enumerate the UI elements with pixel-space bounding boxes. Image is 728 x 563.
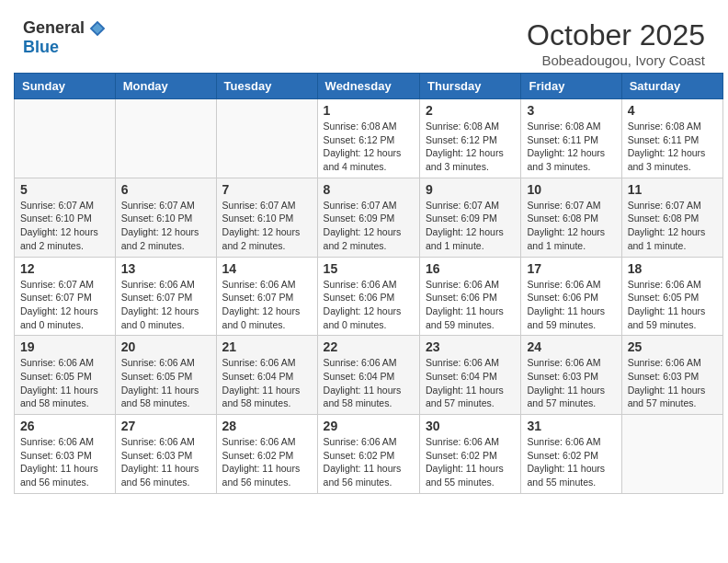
- calendar-cell: 8Sunrise: 6:07 AM Sunset: 6:09 PM Daylig…: [317, 178, 419, 257]
- column-header-sunday: Sunday: [15, 74, 116, 99]
- calendar-cell: 22Sunrise: 6:06 AM Sunset: 6:04 PM Dayli…: [317, 336, 419, 415]
- header-row: SundayMondayTuesdayWednesdayThursdayFrid…: [15, 74, 723, 99]
- day-number: 16: [426, 261, 515, 276]
- calendar-cell: 18Sunrise: 6:06 AM Sunset: 6:05 PM Dayli…: [621, 257, 722, 336]
- day-number: 1: [324, 103, 414, 118]
- calendar-cell: 11Sunrise: 6:07 AM Sunset: 6:08 PM Dayli…: [621, 178, 722, 257]
- day-info: Sunrise: 6:06 AM Sunset: 6:07 PM Dayligh…: [222, 278, 312, 332]
- day-number: 25: [628, 339, 717, 354]
- day-number: 30: [426, 419, 515, 433]
- calendar-cell: 1Sunrise: 6:08 AM Sunset: 6:12 PM Daylig…: [317, 99, 419, 178]
- calendar-cell: 28Sunrise: 6:06 AM Sunset: 6:02 PM Dayli…: [216, 415, 317, 494]
- week-row-4: 19Sunrise: 6:06 AM Sunset: 6:05 PM Dayli…: [15, 336, 723, 415]
- calendar-cell: 2Sunrise: 6:08 AM Sunset: 6:12 PM Daylig…: [420, 99, 521, 178]
- day-info: Sunrise: 6:07 AM Sunset: 6:08 PM Dayligh…: [628, 199, 717, 253]
- day-info: Sunrise: 6:06 AM Sunset: 6:03 PM Dayligh…: [121, 435, 210, 489]
- day-number: 5: [20, 182, 109, 197]
- calendar-table: SundayMondayTuesdayWednesdayThursdayFrid…: [14, 73, 723, 494]
- day-number: 26: [20, 419, 109, 433]
- calendar-cell: [216, 99, 317, 178]
- day-info: Sunrise: 6:08 AM Sunset: 6:11 PM Dayligh…: [628, 120, 717, 174]
- day-info: Sunrise: 6:06 AM Sunset: 6:04 PM Dayligh…: [324, 356, 414, 410]
- day-number: 18: [628, 261, 717, 276]
- column-header-monday: Monday: [115, 74, 216, 99]
- calendar-cell: 30Sunrise: 6:06 AM Sunset: 6:02 PM Dayli…: [420, 415, 521, 494]
- day-info: Sunrise: 6:06 AM Sunset: 6:05 PM Dayligh…: [20, 356, 109, 410]
- calendar-cell: [15, 99, 116, 178]
- day-number: 12: [20, 261, 109, 276]
- calendar-cell: 9Sunrise: 6:07 AM Sunset: 6:09 PM Daylig…: [420, 178, 521, 257]
- calendar-cell: 26Sunrise: 6:06 AM Sunset: 6:03 PM Dayli…: [15, 415, 116, 494]
- calendar-cell: 16Sunrise: 6:06 AM Sunset: 6:06 PM Dayli…: [420, 257, 521, 336]
- logo: General Blue: [23, 18, 107, 57]
- day-info: Sunrise: 6:07 AM Sunset: 6:09 PM Dayligh…: [426, 199, 515, 253]
- calendar-cell: [621, 415, 722, 494]
- title-block: October 2025 Bobeadougou, Ivory Coast: [527, 18, 705, 68]
- calendar-cell: 19Sunrise: 6:06 AM Sunset: 6:05 PM Dayli…: [15, 336, 116, 415]
- day-info: Sunrise: 6:06 AM Sunset: 6:06 PM Dayligh…: [426, 278, 515, 332]
- day-info: Sunrise: 6:07 AM Sunset: 6:10 PM Dayligh…: [222, 199, 312, 253]
- day-number: 17: [527, 261, 615, 276]
- calendar-cell: 20Sunrise: 6:06 AM Sunset: 6:05 PM Dayli…: [115, 336, 216, 415]
- day-number: 20: [121, 339, 210, 354]
- day-number: 19: [20, 339, 109, 354]
- day-number: 29: [324, 419, 414, 433]
- day-info: Sunrise: 6:07 AM Sunset: 6:10 PM Dayligh…: [121, 199, 210, 253]
- day-info: Sunrise: 6:06 AM Sunset: 6:03 PM Dayligh…: [527, 356, 615, 410]
- day-info: Sunrise: 6:06 AM Sunset: 6:05 PM Dayligh…: [121, 356, 210, 410]
- day-info: Sunrise: 6:08 AM Sunset: 6:12 PM Dayligh…: [324, 120, 414, 174]
- calendar-cell: 23Sunrise: 6:06 AM Sunset: 6:04 PM Dayli…: [420, 336, 521, 415]
- calendar-cell: 3Sunrise: 6:08 AM Sunset: 6:11 PM Daylig…: [521, 99, 621, 178]
- day-info: Sunrise: 6:07 AM Sunset: 6:09 PM Dayligh…: [324, 199, 414, 253]
- day-info: Sunrise: 6:06 AM Sunset: 6:06 PM Dayligh…: [527, 278, 615, 332]
- day-info: Sunrise: 6:07 AM Sunset: 6:07 PM Dayligh…: [20, 278, 109, 332]
- day-number: 11: [628, 182, 717, 197]
- day-info: Sunrise: 6:06 AM Sunset: 6:02 PM Dayligh…: [222, 435, 312, 489]
- calendar-cell: 31Sunrise: 6:06 AM Sunset: 6:02 PM Dayli…: [521, 415, 621, 494]
- week-row-3: 12Sunrise: 6:07 AM Sunset: 6:07 PM Dayli…: [15, 257, 723, 336]
- column-header-saturday: Saturday: [621, 74, 722, 99]
- day-info: Sunrise: 6:07 AM Sunset: 6:08 PM Dayligh…: [527, 199, 615, 253]
- calendar-cell: [115, 99, 216, 178]
- day-number: 14: [222, 261, 312, 276]
- calendar-cell: 15Sunrise: 6:06 AM Sunset: 6:06 PM Dayli…: [317, 257, 419, 336]
- day-number: 27: [121, 419, 210, 433]
- calendar-cell: 27Sunrise: 6:06 AM Sunset: 6:03 PM Dayli…: [115, 415, 216, 494]
- calendar-cell: 29Sunrise: 6:06 AM Sunset: 6:02 PM Dayli…: [317, 415, 419, 494]
- day-number: 13: [121, 261, 210, 276]
- column-header-tuesday: Tuesday: [216, 74, 317, 99]
- day-number: 23: [426, 339, 515, 354]
- day-info: Sunrise: 6:07 AM Sunset: 6:10 PM Dayligh…: [20, 199, 109, 253]
- calendar-cell: 7Sunrise: 6:07 AM Sunset: 6:10 PM Daylig…: [216, 178, 317, 257]
- day-info: Sunrise: 6:08 AM Sunset: 6:11 PM Dayligh…: [527, 120, 615, 174]
- day-number: 10: [527, 182, 615, 197]
- day-info: Sunrise: 6:06 AM Sunset: 6:02 PM Dayligh…: [527, 435, 615, 489]
- calendar-cell: 13Sunrise: 6:06 AM Sunset: 6:07 PM Dayli…: [115, 257, 216, 336]
- calendar-cell: 21Sunrise: 6:06 AM Sunset: 6:04 PM Dayli…: [216, 336, 317, 415]
- day-info: Sunrise: 6:06 AM Sunset: 6:04 PM Dayligh…: [426, 356, 515, 410]
- calendar-cell: 4Sunrise: 6:08 AM Sunset: 6:11 PM Daylig…: [621, 99, 722, 178]
- column-header-friday: Friday: [521, 74, 621, 99]
- day-number: 22: [324, 339, 414, 354]
- day-number: 21: [222, 339, 312, 354]
- day-number: 15: [324, 261, 414, 276]
- day-number: 9: [426, 182, 515, 197]
- day-number: 31: [527, 419, 615, 433]
- day-number: 28: [222, 419, 312, 433]
- week-row-2: 5Sunrise: 6:07 AM Sunset: 6:10 PM Daylig…: [15, 178, 723, 257]
- day-info: Sunrise: 6:06 AM Sunset: 6:03 PM Dayligh…: [628, 356, 717, 410]
- page-header: General Blue October 2025 Bobeadougou, I…: [9, 9, 719, 73]
- day-number: 4: [628, 103, 717, 118]
- column-header-thursday: Thursday: [420, 74, 521, 99]
- calendar-cell: 12Sunrise: 6:07 AM Sunset: 6:07 PM Dayli…: [15, 257, 116, 336]
- month-title: October 2025: [527, 18, 705, 52]
- day-info: Sunrise: 6:06 AM Sunset: 6:04 PM Dayligh…: [222, 356, 312, 410]
- logo-blue-text: Blue: [23, 38, 59, 57]
- day-number: 24: [527, 339, 615, 354]
- day-number: 6: [121, 182, 210, 197]
- day-info: Sunrise: 6:06 AM Sunset: 6:02 PM Dayligh…: [426, 435, 515, 489]
- day-info: Sunrise: 6:06 AM Sunset: 6:03 PM Dayligh…: [20, 435, 109, 489]
- day-info: Sunrise: 6:08 AM Sunset: 6:12 PM Dayligh…: [426, 120, 515, 174]
- calendar-cell: 24Sunrise: 6:06 AM Sunset: 6:03 PM Dayli…: [521, 336, 621, 415]
- calendar-cell: 17Sunrise: 6:06 AM Sunset: 6:06 PM Dayli…: [521, 257, 621, 336]
